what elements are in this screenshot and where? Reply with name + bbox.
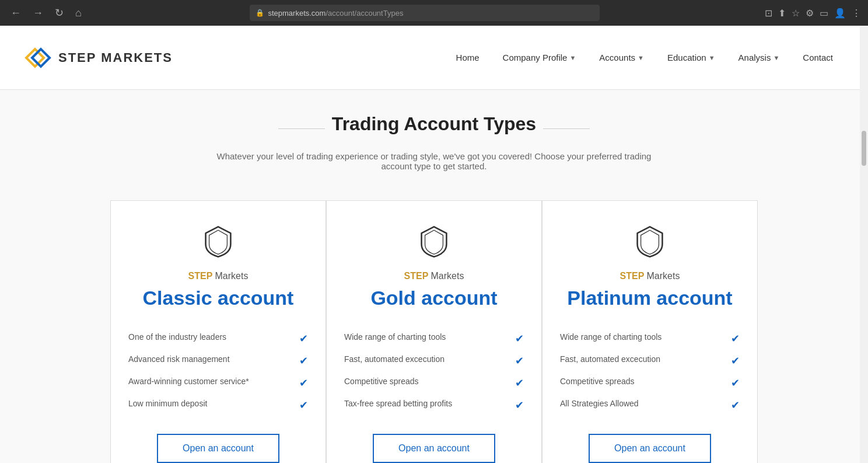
check-icon-g1: ✔ (515, 332, 524, 345)
classic-account-card: STEP Markets Classic account One of the … (110, 200, 326, 463)
title-line-left (278, 128, 325, 129)
company-profile-chevron: ▼ (569, 54, 576, 61)
gold-features-list: Wide range of charting tools ✔ Fast, aut… (344, 328, 524, 416)
page-title: Trading Account Types (332, 113, 536, 135)
platinum-feature-3: Competitive spreads ✔ (560, 372, 740, 394)
platinum-feature-4: All Strategies Allowed ✔ (560, 394, 740, 416)
svg-marker-0 (26, 49, 44, 67)
back-button[interactable]: ← (7, 6, 24, 19)
title-decoration: Trading Account Types (12, 113, 856, 144)
platinum-features-list: Wide range of charting tools ✔ Fast, aut… (560, 328, 740, 416)
classic-brand-name: STEP Markets (188, 271, 249, 281)
check-icon-1: ✔ (299, 332, 308, 345)
classic-feature-2: Advanced risk management ✔ (128, 350, 308, 372)
extensions-icon[interactable]: ⚙ (806, 8, 814, 19)
gold-account-type: Gold account (370, 286, 497, 310)
gold-feature-2: Fast, automated excecution ✔ (344, 350, 524, 372)
svg-marker-1 (32, 49, 50, 67)
check-icon-p4: ✔ (731, 399, 740, 412)
logo[interactable]: STEP MARKETS (23, 43, 173, 72)
accounts-chevron: ▼ (638, 54, 644, 61)
gold-account-card: STEP Markets Gold account Wide range of … (326, 200, 542, 463)
scrollbar-thumb[interactable] (862, 131, 866, 166)
lock-icon: 🔒 (256, 9, 264, 17)
platinum-account-card: STEP Markets Platinum account Wide range… (542, 200, 758, 463)
nav-link-contact[interactable]: Contact (791, 48, 845, 67)
url-display: stepmarkets.com/account/accountTypes (268, 9, 403, 18)
classic-features-list: One of the industry leaders ✔ Advanced r… (128, 328, 308, 416)
check-icon-p3: ✔ (731, 377, 740, 389)
gold-brand-name: STEP Markets (404, 271, 464, 281)
platinum-feature-2: Fast, automated excecution ✔ (560, 350, 740, 372)
navigation: STEP MARKETS Home Company Profile ▼ Acco… (0, 26, 868, 90)
forward-button[interactable]: → (29, 6, 47, 19)
check-icon-2: ✔ (299, 354, 308, 367)
screenshot-icon[interactable]: ⊡ (765, 8, 772, 19)
gold-feature-4: Tax-free spread betting profits ✔ (344, 394, 524, 416)
education-chevron: ▼ (709, 54, 715, 61)
check-icon-g2: ✔ (515, 354, 524, 367)
nav-link-analysis[interactable]: Analysis ▼ (727, 48, 792, 67)
account-cards: STEP Markets Classic account One of the … (84, 200, 784, 463)
check-icon-4: ✔ (299, 399, 308, 412)
share-icon[interactable]: ⬆ (778, 8, 786, 19)
nav-item-contact[interactable]: Contact (791, 48, 845, 67)
classic-feature-1: One of the industry leaders ✔ (128, 328, 308, 350)
classic-shield-icon (201, 224, 236, 259)
address-bar[interactable]: 🔒 stepmarkets.com/account/accountTypes (250, 5, 600, 21)
platinum-brand-name: STEP Markets (620, 271, 680, 281)
nav-link-education[interactable]: Education ▼ (656, 48, 727, 67)
nav-item-analysis[interactable]: Analysis ▼ (727, 48, 792, 67)
classic-account-type: Classic account (143, 286, 294, 310)
nav-item-home[interactable]: Home (444, 48, 491, 67)
nav-item-company-profile[interactable]: Company Profile ▼ (491, 48, 588, 67)
profile-icon[interactable]: 👤 (834, 8, 846, 19)
scrollbar-track[interactable] (860, 26, 868, 463)
nav-link-home[interactable]: Home (444, 48, 491, 67)
browser-actions: ⊡ ⬆ ☆ ⚙ ▭ 👤 ⋮ (765, 8, 861, 19)
nav-item-accounts[interactable]: Accounts ▼ (587, 48, 656, 67)
classic-open-account-button[interactable]: Open an account (157, 434, 279, 463)
main-content: Trading Account Types Whatever your leve… (0, 90, 868, 463)
refresh-button[interactable]: ↻ (51, 6, 67, 19)
gold-shield-icon (416, 224, 452, 259)
platinum-shield-icon (632, 224, 667, 259)
classic-feature-4: Low minimum deposit ✔ (128, 394, 308, 416)
menu-icon[interactable]: ⋮ (852, 8, 861, 19)
gold-feature-3: Competitive spreads ✔ (344, 372, 524, 394)
analysis-chevron: ▼ (773, 54, 779, 61)
nav-link-accounts[interactable]: Accounts ▼ (587, 48, 656, 67)
nav-links: Home Company Profile ▼ Accounts ▼ Educat… (444, 48, 845, 67)
browser-chrome: ← → ↻ ⌂ 🔒 stepmarkets.com/account/accoun… (0, 0, 868, 26)
check-icon-p2: ✔ (731, 354, 740, 367)
nav-item-education[interactable]: Education ▼ (656, 48, 727, 67)
classic-feature-3: Award-winning customer service* ✔ (128, 372, 308, 394)
title-line-right (543, 128, 590, 129)
home-button[interactable]: ⌂ (72, 6, 85, 19)
platinum-account-type: Platinum account (567, 286, 732, 310)
platinum-feature-1: Wide range of charting tools ✔ (560, 328, 740, 350)
check-icon-3: ✔ (299, 377, 308, 389)
nav-link-company-profile[interactable]: Company Profile ▼ (491, 48, 588, 67)
logo-svg (23, 43, 52, 72)
gold-open-account-button[interactable]: Open an account (373, 434, 495, 463)
bookmark-icon[interactable]: ☆ (792, 8, 800, 19)
page-subtitle: Whatever your level of trading experienc… (201, 151, 667, 171)
check-icon-p1: ✔ (731, 332, 740, 345)
logo-text: STEP MARKETS (58, 50, 173, 65)
check-icon-g4: ✔ (515, 399, 524, 412)
gold-feature-1: Wide range of charting tools ✔ (344, 328, 524, 350)
window-icon[interactable]: ▭ (820, 8, 828, 19)
check-icon-g3: ✔ (515, 377, 524, 389)
platinum-open-account-button[interactable]: Open an account (589, 434, 711, 463)
